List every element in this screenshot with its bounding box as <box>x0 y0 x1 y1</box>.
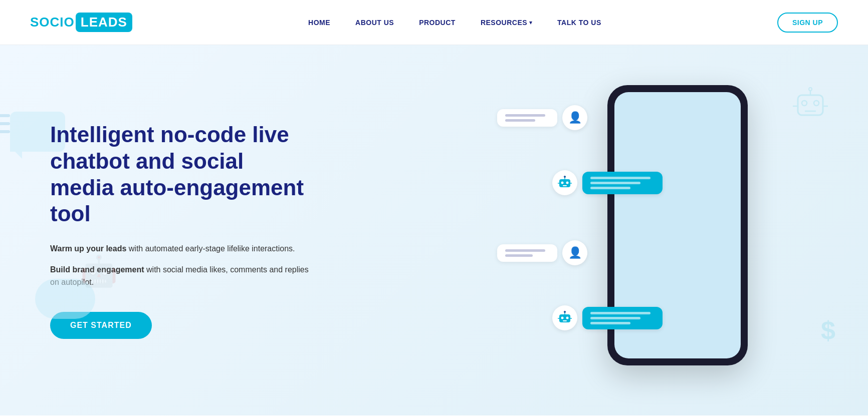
logo-leads: LEADS <box>81 15 127 30</box>
user-icon: 👤 <box>568 111 582 124</box>
robot-icon <box>557 175 572 190</box>
svg-point-1 <box>802 101 807 106</box>
hero-desc-1-rest: with automated early-stage lifelike inte… <box>126 244 295 253</box>
nav-link-home[interactable]: HOME <box>308 19 330 27</box>
hero-section: Intelligent no-code live chatbot and soc… <box>0 45 868 415</box>
bg-robot-icon <box>790 85 830 127</box>
svg-point-10 <box>566 182 569 184</box>
chat-row-1: 👤 <box>497 105 587 130</box>
hero-title: Intelligent no-code live chatbot and soc… <box>50 122 311 227</box>
nav-link-resources[interactable]: RESOURCES <box>481 19 527 27</box>
robot-icon-2 <box>557 310 572 325</box>
user-bubble-1 <box>497 109 557 127</box>
nav-item-talk[interactable]: TALK TO US <box>557 18 601 27</box>
hero-right: $ 👤 <box>537 75 838 385</box>
nav-links: HOME ABOUT US PRODUCT RESOURCES ▾ TALK T… <box>308 18 601 27</box>
user-avatar-2: 👤 <box>562 240 587 265</box>
deco-bg-robot-left: 🤖 <box>80 253 118 289</box>
chat-row-2 <box>552 170 663 195</box>
bubble-line <box>505 119 535 122</box>
svg-point-17 <box>561 317 564 319</box>
nav-item-home[interactable]: HOME <box>308 18 330 27</box>
nav-item-product[interactable]: PRODUCT <box>419 18 456 27</box>
bubble-line <box>505 249 545 252</box>
svg-point-9 <box>561 182 564 184</box>
deco-line-2 <box>0 122 10 125</box>
svg-point-13 <box>564 176 566 178</box>
chat-row-3: 👤 <box>497 240 587 265</box>
chevron-down-icon: ▾ <box>529 19 532 26</box>
logo[interactable]: SOCIO LEADS <box>30 13 132 32</box>
nav-resources-wrap[interactable]: RESOURCES ▾ <box>481 19 532 27</box>
user-bubble-2 <box>497 244 557 262</box>
svg-point-5 <box>809 88 812 91</box>
navbar: SOCIO LEADS HOME ABOUT US PRODUCT RESOUR… <box>0 0 868 45</box>
bubble-line <box>590 177 650 179</box>
bubble-line <box>590 187 630 189</box>
bot-bubble-2 <box>582 307 663 329</box>
svg-rect-0 <box>798 95 823 115</box>
svg-rect-11 <box>563 185 567 186</box>
signup-button[interactable]: SIGN UP <box>777 13 838 33</box>
user-avatar-1: 👤 <box>562 105 587 130</box>
bg-dollar-icon: $ <box>821 315 835 345</box>
hero-left: Intelligent no-code live chatbot and soc… <box>50 122 311 339</box>
bot-avatar-2 <box>552 305 577 330</box>
svg-rect-19 <box>563 320 567 321</box>
deco-line-3 <box>0 130 10 133</box>
bubble-line <box>590 312 650 314</box>
svg-point-21 <box>564 311 566 313</box>
bubble-line <box>505 114 545 117</box>
hero-desc-1-bold: Warm up your leads <box>50 244 126 253</box>
logo-box: LEADS <box>76 13 132 32</box>
bubble-line <box>590 322 630 324</box>
deco-line-1 <box>0 114 10 117</box>
svg-point-18 <box>566 317 569 319</box>
nav-link-product[interactable]: PRODUCT <box>419 19 456 27</box>
nav-link-talk[interactable]: TALK TO US <box>557 19 601 27</box>
bubble-line <box>590 182 640 184</box>
user-icon-2: 👤 <box>568 246 582 259</box>
bot-avatar-1 <box>552 170 577 195</box>
deco-lines <box>0 114 10 133</box>
nav-item-about[interactable]: ABOUT US <box>355 18 394 27</box>
nav-link-about[interactable]: ABOUT US <box>355 19 394 27</box>
bot-bubble-1 <box>582 172 663 194</box>
logo-socio: SOCIO <box>30 15 75 30</box>
bubble-line <box>590 317 640 319</box>
svg-point-2 <box>814 101 819 106</box>
nav-item-resources[interactable]: RESOURCES ▾ <box>481 19 532 27</box>
chat-row-4 <box>552 305 663 330</box>
bubble-line <box>505 254 533 257</box>
